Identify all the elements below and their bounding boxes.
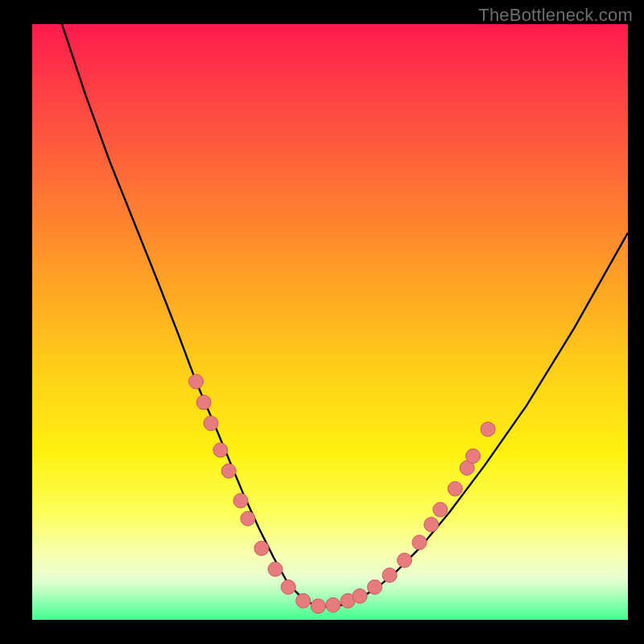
data-marker	[281, 580, 295, 594]
data-markers	[189, 374, 496, 613]
data-marker	[221, 464, 236, 478]
data-marker	[433, 502, 448, 517]
data-marker	[204, 416, 218, 431]
watermark-text: TheBottleneck.com	[478, 5, 633, 26]
data-marker	[353, 588, 367, 603]
data-marker	[326, 598, 341, 613]
data-marker	[189, 374, 204, 389]
data-marker	[382, 568, 397, 583]
data-marker	[466, 449, 481, 464]
data-marker	[233, 493, 248, 508]
data-marker	[448, 481, 462, 496]
data-marker	[424, 518, 439, 532]
plot-area	[32, 24, 628, 620]
data-marker	[398, 553, 412, 568]
data-marker	[241, 511, 255, 526]
data-marker	[296, 593, 311, 608]
data-marker	[311, 599, 325, 613]
chart-svg	[32, 24, 628, 620]
data-marker	[213, 443, 228, 457]
chart-frame: TheBottleneck.com	[0, 0, 644, 644]
bottleneck-curve	[62, 24, 628, 607]
data-marker	[268, 562, 283, 576]
data-marker	[481, 422, 495, 436]
data-marker	[254, 541, 269, 555]
data-marker	[368, 580, 382, 594]
data-marker	[196, 395, 211, 410]
data-marker	[412, 535, 427, 550]
